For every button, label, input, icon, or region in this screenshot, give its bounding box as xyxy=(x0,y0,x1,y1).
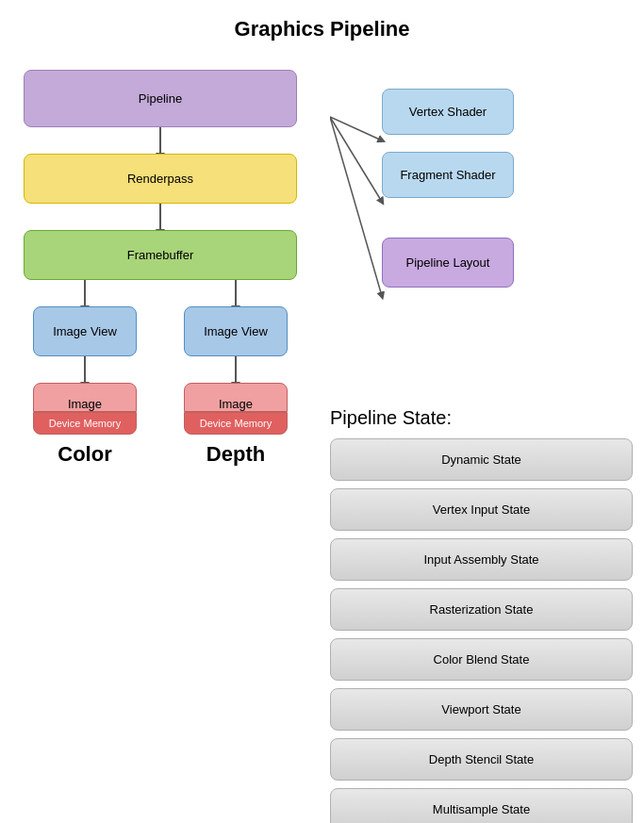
depth-column: Image View Image Device Memory xyxy=(184,280,288,467)
renderpass-label: Renderpass xyxy=(127,172,193,186)
depth-image-view-box: Image View xyxy=(184,306,288,356)
color-image-view-label: Image View xyxy=(53,324,117,338)
state-button-rasterization-state[interactable]: Rasterization State xyxy=(330,588,633,631)
color-device-memory-box: Device Memory xyxy=(33,412,137,435)
depth-device-memory-label: Device Memory xyxy=(200,418,272,429)
framebuffer-box: Framebuffer xyxy=(24,230,297,280)
vertex-shader-label: Vertex Shader xyxy=(409,105,487,119)
state-button-dynamic-state[interactable]: Dynamic State xyxy=(330,438,633,481)
depth-image-box: Image xyxy=(184,383,288,412)
depth-image-view-label: Image View xyxy=(204,324,268,338)
state-button-viewport-state[interactable]: Viewport State xyxy=(330,688,633,731)
renderpass-box: Renderpass xyxy=(24,154,297,204)
pipeline-layout-box: Pipeline Layout xyxy=(382,238,514,288)
depth-label: Depth xyxy=(206,442,265,467)
pipeline-state-title: Pipeline State: xyxy=(330,407,633,429)
depth-device-memory-box: Device Memory xyxy=(184,412,288,435)
page-title: Graphics Pipeline xyxy=(0,0,644,51)
right-panel: Vertex Shader Fragment Shader Pipeline L… xyxy=(321,60,644,823)
color-device-memory-label: Device Memory xyxy=(49,418,121,429)
pipeline-layout-label: Pipeline Layout xyxy=(406,255,490,270)
svg-line-0 xyxy=(330,117,382,140)
depth-image-label: Image xyxy=(219,397,253,411)
color-column: Image View Image Device Memory xyxy=(33,280,137,467)
pipeline-box: Pipeline xyxy=(24,70,297,127)
left-panel: Pipeline Renderpass Framebuffer xyxy=(0,60,321,823)
pipeline-label: Pipeline xyxy=(139,91,182,106)
vertex-shader-box: Vertex Shader xyxy=(382,89,514,135)
svg-line-2 xyxy=(330,117,382,296)
color-image-box: Image xyxy=(33,383,137,412)
svg-line-1 xyxy=(330,117,382,202)
state-buttons-container: Dynamic StateVertex Input StateInput Ass… xyxy=(330,438,633,823)
framebuffer-label: Framebuffer xyxy=(127,248,194,262)
color-image-label: Image xyxy=(68,397,102,411)
color-image-view-box: Image View xyxy=(33,306,137,356)
fragment-shader-label: Fragment Shader xyxy=(400,168,495,182)
state-button-multisample-state[interactable]: Multisample State xyxy=(330,788,633,823)
state-button-color-blend-state[interactable]: Color Blend State xyxy=(330,638,633,681)
state-button-vertex-input-state[interactable]: Vertex Input State xyxy=(330,488,633,531)
state-button-input-assembly-state[interactable]: Input Assembly State xyxy=(330,538,633,581)
fragment-shader-box: Fragment Shader xyxy=(382,152,514,198)
state-button-depth-stencil-state[interactable]: Depth Stencil State xyxy=(330,738,633,781)
color-label: Color xyxy=(58,442,111,467)
